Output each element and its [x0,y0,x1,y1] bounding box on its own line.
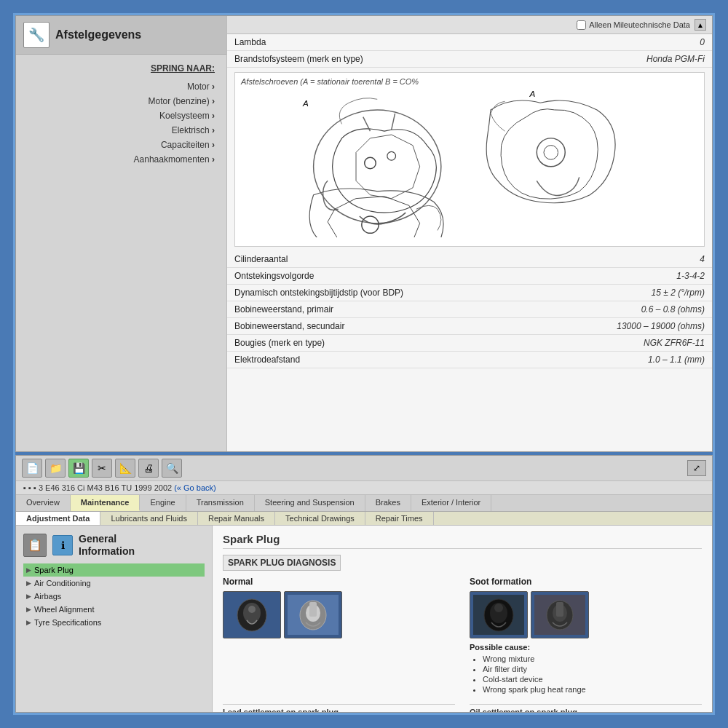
diag-col-soot: Soot formation [470,577,702,695]
normal-label: Normal [223,577,455,587]
subtab-lubricants[interactable]: Lubricants and Fluids [100,512,198,525]
tree-item-tyre[interactable]: Tyre Specifications [23,616,205,629]
cause-item: Wrong spark plug heat range [483,685,702,694]
top-sidebar-header: 🔧 Afstelgegevens [16,16,226,55]
bottom-labels: Lead settlement on spark plug Oil settle… [223,704,702,712]
tab-exterior[interactable]: Exterior / Interior [411,495,491,511]
scroll-btn[interactable]: ▲ [695,19,706,31]
nav-item-motor[interactable]: Motor [16,79,226,94]
row-value: 0.6 – 0.8 (ohms) [542,301,712,318]
row-value: NGK ZFR6F-11 [542,335,712,352]
svg-point-4 [365,157,376,169]
tab-steering[interactable]: Steering and Suspension [255,495,365,511]
main-tabs: Overview Maintenance Engine Transmission… [16,495,712,512]
cause-item: Wrong mixture [483,654,702,663]
bottom-label-lead: Lead settlement on spark plug [223,704,455,712]
nav-item-elektrisch[interactable]: Elektrisch [16,123,226,138]
svg-point-22 [494,604,503,612]
soot-label: Soot formation [470,577,702,587]
tab-engine[interactable]: Engine [140,495,186,511]
row-label: Bobineweerstand, primair [227,301,542,318]
toolbar-btn-folder[interactable]: 📁 [45,459,66,478]
mileutechnische-label: Alleen Mileutechnische Data [589,20,690,29]
nav-item-aanhaakmomenten[interactable]: Aanhaakmomenten [16,152,226,167]
row-value: 15 ± 2 (°/rpm) [542,285,712,301]
row-label: Cilinderaantal [227,251,542,268]
main-section-title: Spark Plug [223,533,702,549]
diagram-svg: A A [258,82,681,237]
tree-item-wheel-alignment[interactable]: Wheel Alignment [23,603,205,616]
top-main: Alleen Mileutechnische Data ▲ Lambda 0 B… [227,16,712,451]
diag-section-title: SPARK PLUG DIAGNOSIS [223,555,341,571]
resize-button[interactable]: ⤢ [687,460,706,476]
breadcrumb-text: ▪ ▪ ▪ [23,483,39,492]
go-back-link[interactable]: (« Go back) [174,483,215,492]
table-row: Ontstekingsvolgorde 1-3-4-2 [227,268,712,285]
toolbar-btn-print[interactable]: 🖨 [138,459,159,478]
bottom-sidebar-header: 📋 ℹ General Information [23,533,205,558]
subtab-technical[interactable]: Technical Drawings [275,512,365,525]
row-label: Ontstekingsvolgorde [227,268,542,285]
row-label: Brandstofsysteem (merk en type) [227,51,542,68]
mileutechnische-checkbox-row: Alleen Mileutechnische Data [577,20,690,30]
table-row: Bobineweerstand, secundair 13000 – 19000… [227,318,712,335]
table-row: Dynamisch ontstekingsbijtijdstip (voor B… [227,285,712,301]
diag-row: Normal [223,577,702,695]
soot-spark-img-2 [531,591,589,638]
tab-brakes[interactable]: Brakes [365,495,411,511]
soot-spark-images [470,591,702,638]
subtab-repair-times[interactable]: Repair Times [365,512,434,525]
tree-item-spark-plug[interactable]: Spark Plug [23,563,205,577]
row-value: 1-3-4-2 [542,268,712,285]
cause-item: Air filter dirty [483,665,702,673]
sidebar-doc-icon: 📋 [23,534,47,557]
subtab-adjustment[interactable]: Adjustment Data [16,512,100,525]
data-table-2: Cilinderaantal 4 Ontstekingsvolgorde 1-3… [227,251,712,368]
row-value: 4 [542,251,712,268]
bottom-main: Spark Plug SPARK PLUG DIAGNOSIS Normal [213,526,712,712]
spring-naar-label: SPRING NAAR: [16,55,226,76]
row-label: Bougies (merk en type) [227,335,542,352]
top-toolbar: Alleen Mileutechnische Data ▲ [227,16,712,34]
app-title: Afstelgegevens [55,28,141,41]
row-label: Bobineweerstand, secundair [227,318,542,335]
toolbar-btn-save[interactable]: 💾 [68,459,89,478]
svg-text:A: A [302,98,309,108]
toolbar-btn-zoom[interactable]: 🔍 [162,459,182,478]
cause-list: Wrong mixture Air filter dirty Cold-star… [470,654,702,694]
svg-rect-26 [556,602,563,617]
tree-item-airbags[interactable]: Airbags [23,590,205,603]
data-table: Lambda 0 Brandstofsysteem (merk en type)… [227,34,712,68]
bottom-toolbar: 📄 📁 💾 ✂ 📐 🖨 🔍 ⤢ [16,456,712,481]
svg-rect-18 [309,602,317,617]
svg-point-8 [544,146,558,159]
mileutechnische-checkbox[interactable] [577,20,586,30]
table-row: Lambda 0 [227,34,712,51]
row-value: 13000 – 19000 (ohms) [542,318,712,335]
nav-item-capaciteiten[interactable]: Capaciteiten [16,138,226,152]
sidebar-title: General Information [79,533,135,558]
toolbar-btn-doc[interactable]: 📄 [22,459,42,478]
nav-item-koelsysteem[interactable]: Koelsysteem [16,108,226,123]
toolbar-btn-cut[interactable]: ✂ [92,459,112,478]
app-logo-icon: 🔧 [23,22,50,48]
svg-point-14 [248,606,256,613]
breadcrumb-bar: ▪ ▪ ▪ 3 E46 316 Ci M43 B16 TU 1999 2002 … [16,481,712,495]
toolbar-btn-ruler[interactable]: 📐 [115,459,135,478]
tree-item-air-conditioning[interactable]: Air Conditioning [23,577,205,590]
subtab-repair-manuals[interactable]: Repair Manuals [198,512,275,525]
bottom-label-oil: Oil settlement on spark plug [470,704,702,712]
tab-transmission[interactable]: Transmission [186,495,255,511]
outer-frame: 🔧 Afstelgegevens SPRING NAAR: Motor Moto… [13,13,715,715]
nav-item-motor-benzine[interactable]: Motor (benzine) [16,94,226,108]
bottom-panel: 📄 📁 💾 ✂ 📐 🖨 🔍 ⤢ ▪ ▪ ▪ 3 E46 316 Ci M43 B… [15,455,713,713]
breadcrumb-car: 3 E46 316 Ci M43 B16 TU 1999 2002 [39,483,172,492]
tab-maintenance[interactable]: Maintenance [71,495,141,511]
top-panel: 🔧 Afstelgegevens SPRING NAAR: Motor Moto… [15,15,713,452]
tab-overview[interactable]: Overview [16,495,71,511]
diagram-label: Afstelschroeven (A = stationair toerenta… [241,77,419,86]
row-value: 1.0 – 1.1 (mm) [542,352,712,368]
svg-point-9 [362,216,379,233]
row-label: Dynamisch ontstekingsbijtijdstip (voor B… [227,285,542,301]
normal-spark-images [223,591,455,638]
